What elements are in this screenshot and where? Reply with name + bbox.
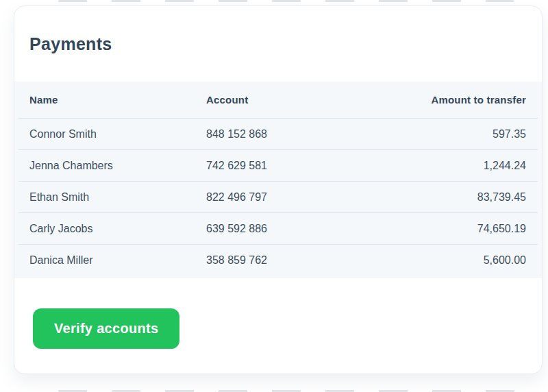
table-row: Danica Miller 358 859 762 5,600.00	[18, 245, 538, 275]
cell-account: 848 152 868	[195, 128, 387, 140]
cell-amount: 597.35	[387, 128, 538, 140]
cell-name: Carly Jacobs	[18, 223, 195, 235]
page-title: Payments	[29, 34, 112, 54]
table-row: Jenna Chambers 742 629 581 1,244.24	[18, 150, 538, 182]
card-header: Payments	[14, 6, 542, 82]
cell-account: 742 629 581	[195, 160, 387, 172]
cell-amount: 83,739.45	[387, 191, 538, 204]
cell-amount: 1,244.24	[387, 160, 538, 172]
payments-card: Payments Name Account Amount to transfer…	[14, 5, 543, 374]
card-footer: Verify accounts	[14, 278, 542, 373]
cell-amount: 74,650.19	[387, 223, 538, 235]
table-header-row: Name Account Amount to transfer	[18, 82, 538, 119]
column-header-amount: Amount to transfer	[387, 94, 538, 106]
cell-account: 822 496 797	[195, 191, 387, 204]
cell-name: Danica Miller	[18, 254, 195, 267]
cell-name: Connor Smith	[18, 128, 195, 140]
cropped-content-artifact-top	[58, 0, 514, 2]
verify-accounts-button[interactable]: Verify accounts	[33, 308, 179, 349]
cell-name: Ethan Smith	[18, 191, 195, 204]
cell-account: 358 859 762	[195, 254, 387, 267]
cell-account: 639 592 886	[195, 223, 387, 235]
column-header-name: Name	[18, 94, 195, 106]
cell-name: Jenna Chambers	[18, 160, 195, 172]
table-row: Ethan Smith 822 496 797 83,739.45	[18, 182, 538, 213]
payments-table: Name Account Amount to transfer Connor S…	[14, 82, 542, 278]
table-row: Carly Jacobs 639 592 886 74,650.19	[18, 213, 538, 245]
table-row: Connor Smith 848 152 868 597.35	[18, 119, 538, 150]
cell-amount: 5,600.00	[387, 254, 538, 267]
column-header-account: Account	[195, 94, 387, 106]
